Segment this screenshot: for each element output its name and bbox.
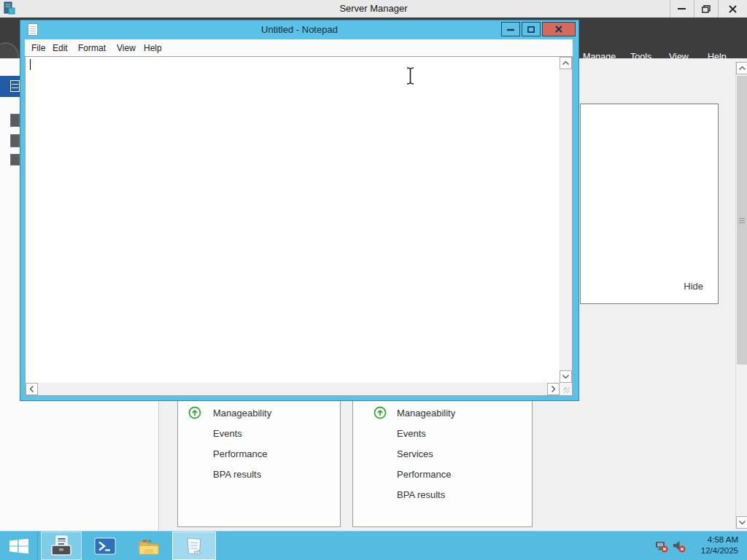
server-manager-app-icon <box>2 1 16 16</box>
notepad-menu-view[interactable]: View <box>117 43 136 53</box>
taskbar-file-explorer-button[interactable] <box>128 532 169 560</box>
notepad-maximize-button[interactable] <box>522 22 541 36</box>
windows-logo-icon <box>9 539 28 553</box>
resize-grip[interactable] <box>560 383 572 395</box>
notepad-horizontal-scrollbar[interactable] <box>26 383 560 395</box>
taskbar-server-manager-button[interactable] <box>41 532 82 560</box>
sm-close-button[interactable] <box>718 0 747 18</box>
scroll-left-icon[interactable] <box>26 383 38 395</box>
taskbar: 4:58 AM 12/4/2025 <box>0 531 747 560</box>
text-caret <box>30 59 31 70</box>
sm-restore-button[interactable] <box>694 0 717 18</box>
notepad-menu-help[interactable]: Help <box>144 43 162 53</box>
scrollbar-thumb[interactable] <box>737 76 747 365</box>
server-manager-icon <box>50 535 73 557</box>
tile2-row-manageability[interactable]: Manageability <box>397 406 455 419</box>
notepad-window-title: Untitled - Notepad <box>20 24 578 35</box>
tray-time: 4:58 AM <box>680 534 738 545</box>
hide-link[interactable]: Hide <box>684 281 703 292</box>
file-explorer-icon <box>138 537 160 556</box>
network-status-icon[interactable] <box>655 540 668 553</box>
notepad-vertical-scrollbar[interactable] <box>560 57 572 383</box>
notepad-editor <box>25 56 573 396</box>
notepad-text-area[interactable] <box>26 57 560 383</box>
tile1-row-manageability[interactable]: Manageability <box>213 406 271 419</box>
notepad-menu-edit[interactable]: Edit <box>53 43 68 53</box>
sidebar-item-file-storage[interactable] <box>10 154 20 166</box>
tile2-row-events[interactable]: Events <box>397 427 426 440</box>
server-manager-titlebar: Server Manager <box>0 0 747 18</box>
tray-date: 12/4/2025 <box>680 545 738 556</box>
scroll-down-icon[interactable] <box>560 370 572 383</box>
start-button[interactable] <box>0 532 38 560</box>
server-manager-window-title: Server Manager <box>0 3 747 14</box>
sidebar-item-all-servers[interactable] <box>10 134 20 147</box>
tray-clock[interactable]: 4:58 AM 12/4/2025 <box>680 534 738 556</box>
notepad-menubar: File Edit Format View Help <box>25 39 573 56</box>
content-vertical-scrollbar[interactable] <box>735 62 747 529</box>
tile1-row-events[interactable]: Events <box>213 427 242 440</box>
taskbar-powershell-button[interactable] <box>85 532 125 560</box>
status-up-arrow-icon <box>188 406 201 419</box>
scroll-up-icon[interactable] <box>736 62 747 74</box>
tile2-row-bpa-results[interactable]: BPA results <box>397 488 445 501</box>
notepad-close-button[interactable] <box>542 22 576 36</box>
notepad-client-area: File Edit Format View Help <box>25 39 573 396</box>
desktop: Server Manager Manage Tools View Hel <box>0 0 747 560</box>
tile2-row-services[interactable]: Services <box>397 447 433 460</box>
notepad-menu-file[interactable]: File <box>31 43 45 53</box>
ibeam-cursor <box>406 67 415 85</box>
dashboard-icon <box>10 80 20 92</box>
tile2-row-performance[interactable]: Performance <box>397 467 451 481</box>
status-up-arrow-icon <box>374 406 387 419</box>
sm-minimize-button[interactable] <box>670 0 693 18</box>
notepad-titlebar[interactable]: Untitled - Notepad <box>20 20 578 39</box>
powershell-icon <box>94 537 116 555</box>
notepad-menu-format[interactable]: Format <box>78 43 106 53</box>
notepad-window: Untitled - Notepad File Edit Format View… <box>20 20 578 400</box>
scroll-down-icon[interactable] <box>736 516 747 529</box>
tile1-row-bpa-results[interactable]: BPA results <box>213 467 261 481</box>
notepad-icon <box>184 536 204 556</box>
notification-flyout: Hide <box>580 104 719 304</box>
sidebar-item-local-server[interactable] <box>10 114 20 127</box>
taskbar-notepad-button[interactable] <box>172 532 216 560</box>
scroll-up-icon[interactable] <box>560 57 572 69</box>
scroll-right-icon[interactable] <box>547 383 560 395</box>
tile1-row-performance[interactable]: Performance <box>213 447 267 460</box>
notepad-minimize-button[interactable] <box>501 22 520 36</box>
